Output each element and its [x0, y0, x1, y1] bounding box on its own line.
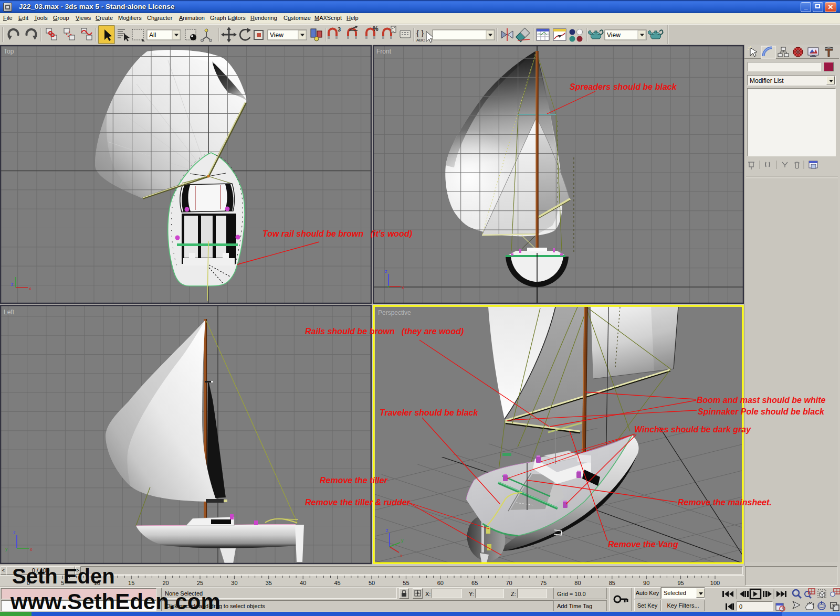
svg-text:3: 3: [338, 26, 341, 33]
svg-text:Perspective: Perspective: [378, 309, 411, 316]
svg-text:x: x: [30, 547, 33, 552]
svg-text:x: x: [29, 286, 32, 291]
svg-text:ABC: ABC: [416, 38, 425, 43]
svg-text:z: z: [13, 530, 16, 535]
svg-text:x: x: [402, 285, 404, 290]
svg-text:40: 40: [300, 580, 306, 586]
svg-text:z: z: [385, 269, 387, 274]
svg-text:50: 50: [369, 580, 375, 586]
svg-text:Front: Front: [376, 48, 392, 55]
svg-text:View: View: [270, 31, 284, 39]
svg-text:20: 20: [162, 580, 169, 586]
svg-text:z: z: [386, 528, 388, 533]
svg-text:95: 95: [677, 580, 684, 586]
svg-text:75: 75: [540, 580, 547, 586]
svg-text:y: y: [5, 546, 8, 551]
svg-text:Left: Left: [4, 309, 15, 316]
svg-text:35: 35: [266, 580, 272, 586]
svg-text:15: 15: [128, 580, 134, 586]
svg-text:25: 25: [197, 580, 203, 586]
svg-text:30: 30: [231, 580, 237, 586]
svg-text:45: 45: [334, 580, 340, 586]
svg-text:80: 80: [574, 580, 581, 586]
svg-text:y: y: [401, 538, 404, 543]
svg-text:Top: Top: [4, 48, 14, 55]
svg-text:60: 60: [437, 580, 444, 586]
svg-text:100: 100: [710, 580, 720, 586]
svg-text:65: 65: [471, 580, 478, 586]
svg-text:85: 85: [609, 580, 615, 586]
svg-text:55: 55: [403, 580, 409, 586]
svg-text:z: z: [11, 282, 14, 287]
svg-text:{ }: { }: [416, 28, 424, 37]
svg-text:70: 70: [506, 580, 512, 586]
svg-text:%: %: [373, 25, 379, 33]
svg-text:90: 90: [643, 580, 649, 586]
svg-text:All: All: [149, 31, 156, 39]
svg-text:View: View: [607, 31, 621, 39]
svg-text:x: x: [400, 553, 403, 558]
